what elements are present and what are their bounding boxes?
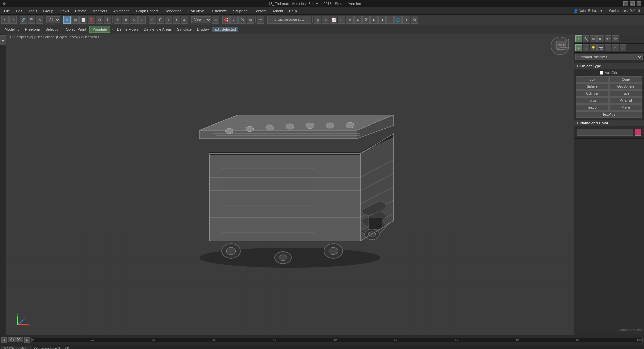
box-button[interactable]: Box [576, 76, 609, 83]
motion-panel-icon[interactable]: ▶ [597, 35, 604, 42]
percent-snap-button[interactable]: % [238, 16, 246, 24]
active-shade-button[interactable]: ◑ [378, 16, 386, 24]
unlink-button[interactable]: ⛓ [28, 16, 35, 24]
track-view-button[interactable]: 📈 [330, 16, 337, 24]
scale-button[interactable]: ⤡ [130, 16, 138, 24]
display-panel-icon[interactable]: 👁 [605, 35, 611, 42]
textplus-button[interactable]: TextPlus [576, 111, 642, 118]
create-panel-icon[interactable]: ✦ [575, 35, 582, 42]
color-swatch[interactable] [635, 129, 641, 136]
bind-spacewarp-button[interactable]: ∿ [36, 16, 43, 24]
maximize-button[interactable]: □ [630, 1, 635, 6]
circle-select-button[interactable]: ⭕ [88, 16, 95, 24]
name-color-header[interactable]: ▼ Name and Color [574, 120, 644, 126]
undo-button[interactable]: ↶ [1, 16, 9, 24]
render-frame-button[interactable]: 🖼 [362, 16, 370, 24]
menu-arnold[interactable]: Arnold [270, 8, 286, 14]
align-button[interactable]: ⫚ [157, 16, 164, 24]
menu-views[interactable]: Views [57, 8, 72, 14]
window-controls[interactable]: ─ □ ✕ [623, 1, 641, 6]
cone-button[interactable]: Cone [609, 76, 642, 83]
object-name-input[interactable] [577, 129, 633, 136]
define-flows-link[interactable]: Define Flows [115, 27, 141, 32]
plane-button[interactable]: Plane [609, 104, 642, 111]
schematic-view-button[interactable]: ⬡ [338, 16, 345, 24]
fence-select-button[interactable]: ⬡ [96, 16, 103, 24]
viewport[interactable]: [+] [Perspective] [User Defined] [Edged … [6, 34, 574, 335]
snap-toggle-button[interactable]: 🧲 [222, 16, 230, 24]
modeling-tab[interactable]: Modeling [3, 27, 22, 32]
hierarchy-panel-icon[interactable]: ⊞ [590, 35, 597, 42]
named-selection-button[interactable]: ⊞ [212, 16, 219, 24]
nav-cube[interactable]: TOP [551, 37, 569, 55]
utilities-panel-icon[interactable]: ⚙ [612, 35, 619, 42]
menu-help[interactable]: Help [286, 8, 300, 14]
spacewarps-icon[interactable]: ~ [612, 44, 619, 51]
timeline-track[interactable]: 0 10 20 30 40 50 60 70 80 90 100 [31, 338, 643, 342]
teapot-button[interactable]: Teapot [576, 104, 609, 111]
timeline-back-button[interactable]: ◀ [1, 337, 7, 343]
menu-group[interactable]: Group [40, 8, 56, 14]
edit-selected-link[interactable]: Edit Selected [212, 27, 238, 32]
timeline-forward-button[interactable]: ▶ [24, 337, 30, 343]
scene-explorer-button[interactable]: ⊞ [322, 16, 329, 24]
view-dropdown[interactable]: View [191, 16, 211, 23]
environment-button[interactable]: 🌐 [394, 16, 402, 24]
systems-icon[interactable]: ⊕ [620, 44, 626, 51]
geometry-icon[interactable]: ◈ [575, 44, 582, 51]
populate-button[interactable]: Populate [89, 26, 110, 33]
cylinder-button[interactable]: Cylinder [576, 90, 609, 97]
menu-customize[interactable]: Customize [207, 8, 230, 14]
effects-button[interactable]: ✦ [402, 16, 410, 24]
menu-modifiers[interactable]: Modifiers [90, 8, 110, 14]
select-by-name-button[interactable]: ▤ [71, 16, 79, 24]
rect-select-button[interactable]: ⬜ [79, 16, 87, 24]
selection-tab[interactable]: Selection [43, 27, 62, 32]
isolate-button[interactable]: ◈ [181, 16, 188, 24]
lasso-select-button[interactable]: ⌇ [104, 16, 111, 24]
render-prod-button[interactable]: ▶ [370, 16, 378, 24]
layers-button[interactable]: ▤ [314, 16, 321, 24]
torus-button[interactable]: Torus [576, 97, 609, 104]
placement-tool-button[interactable]: ⊕ [138, 16, 146, 24]
spinner-snap-button[interactable]: ◎ [247, 16, 254, 24]
menu-edit[interactable]: Edit [13, 8, 25, 14]
normal-align-button[interactable]: ↕ [165, 16, 172, 24]
close-button[interactable]: ✕ [637, 1, 641, 6]
viewport-nav[interactable]: TOP [551, 37, 571, 57]
select-object-button[interactable]: ↖ [63, 16, 71, 24]
select-move-button[interactable]: ✛ [114, 16, 121, 24]
place-highlight-button[interactable]: ✦ [173, 16, 180, 24]
select-filter-dropdown[interactable]: All [46, 16, 60, 23]
menu-civil-view[interactable]: Civil View [185, 8, 206, 14]
batch-render-button[interactable]: ⊞ [386, 16, 394, 24]
tube-button[interactable]: Tube [609, 90, 642, 97]
menu-tools[interactable]: Tools [26, 8, 40, 14]
menu-rendering[interactable]: Rendering [162, 8, 184, 14]
select-rotate-button[interactable]: ↻ [122, 16, 129, 24]
primitives-dropdown[interactable]: Standard Primitives Extended Primitives … [575, 54, 643, 60]
define-idle-areas-link[interactable]: Define Idle Areas [142, 27, 174, 32]
menu-create[interactable]: Create [72, 8, 89, 14]
redo-button[interactable]: ↷ [9, 16, 17, 24]
maxscript-mini[interactable]: MAXScript Mini [1, 346, 29, 349]
shapes-icon[interactable]: △ [583, 44, 589, 51]
object-type-header[interactable]: ▼ Object Type [574, 63, 644, 69]
link-button[interactable]: 🔗 [20, 16, 27, 24]
cameras-icon[interactable]: 📷 [597, 44, 604, 51]
mirror-button[interactable]: ⇔ [149, 16, 156, 24]
material-editor-button[interactable]: ◈ [346, 16, 354, 24]
display-link[interactable]: Display [195, 27, 211, 32]
freeform-tab[interactable]: Freeform [23, 27, 42, 32]
modify-panel-icon[interactable]: 🔧 [583, 35, 589, 42]
timeline-position[interactable]: 0 / 100 [8, 337, 23, 342]
lights-icon[interactable]: 💡 [590, 44, 597, 51]
minimize-button[interactable]: ─ [623, 1, 628, 6]
menu-file[interactable]: File [1, 8, 13, 14]
angle-snap-button[interactable]: ∠ [230, 16, 238, 24]
menu-animation[interactable]: Animation [111, 8, 132, 14]
simulate-link[interactable]: Simulate [175, 27, 194, 32]
create-selection-set-button[interactable]: Create Selection Se... [267, 16, 311, 24]
sphere-button[interactable]: Sphere [576, 83, 609, 90]
menu-scripting[interactable]: Scripting [230, 8, 250, 14]
